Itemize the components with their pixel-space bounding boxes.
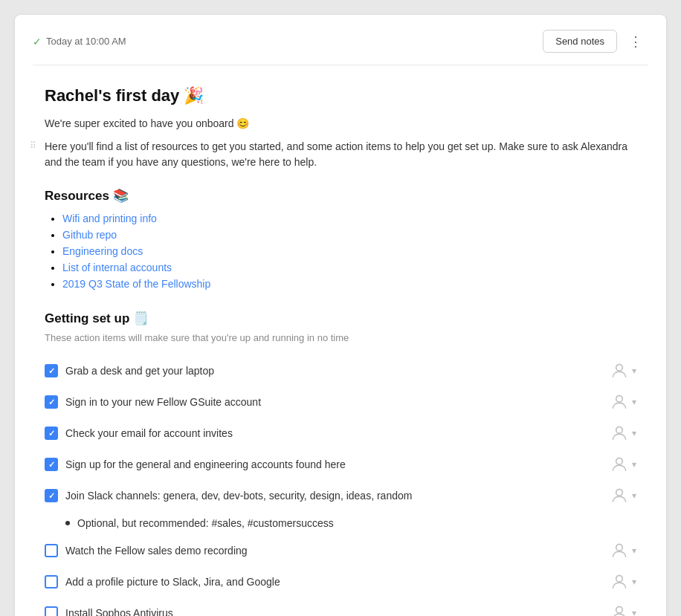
task-item: Grab a desk and get your laptop ▾ <box>45 355 636 386</box>
check-icon: ✓ <box>33 36 42 48</box>
task-right: ▾ <box>610 572 636 591</box>
task-right: ▾ <box>610 603 636 616</box>
resource-link-fellowship[interactable]: 2019 Q3 State of the Fellowship <box>62 278 210 290</box>
svg-point-6 <box>616 575 623 582</box>
assignee-avatar-icon[interactable] <box>610 361 629 380</box>
task-left: Grab a desk and get your laptop <box>45 364 214 377</box>
main-card: ✓ Today at 10:00 AM Send notes ⋮ Rachel'… <box>15 15 666 616</box>
page-title: Rachel's first day 🎉 <box>45 86 636 106</box>
task-item: Sign in to your new Fellow GSuite accoun… <box>45 386 636 418</box>
timestamp: Today at 10:00 AM <box>46 36 126 47</box>
intro-text-2: Here you'll find a list of resources to … <box>45 139 636 170</box>
resource-link-engdocs[interactable]: Engineering docs <box>62 245 143 257</box>
task-text-8: Install Sophos Antivirus <box>65 607 173 616</box>
svg-point-2 <box>616 427 623 433</box>
task-checkbox-1[interactable] <box>45 364 58 377</box>
task-list: Grab a desk and get your laptop ▾ Sign i… <box>45 355 636 616</box>
send-notes-button[interactable]: Send notes <box>543 30 617 53</box>
task-left: Sign up for the general and engineering … <box>45 458 346 471</box>
task-text-2: Sign in to your new Fellow GSuite accoun… <box>65 396 261 408</box>
getting-setup-subtitle: These action items will make sure that y… <box>45 332 636 343</box>
task-checkbox-7[interactable] <box>45 575 58 589</box>
chevron-down-icon[interactable]: ▾ <box>632 366 636 376</box>
svg-point-1 <box>616 395 623 402</box>
task-checkbox-6[interactable] <box>45 544 58 557</box>
list-item: List of internal accounts <box>62 262 636 273</box>
list-item: Github repo <box>62 229 636 241</box>
assignee-avatar-icon[interactable] <box>610 455 629 474</box>
svg-point-4 <box>616 489 623 496</box>
bullet-note-text: Optional, but recommended: #sales, #cust… <box>77 517 334 529</box>
task-right: ▾ <box>610 424 636 443</box>
intro-text-1: We're super excited to have you onboard … <box>45 116 636 132</box>
task-item: Install Sophos Antivirus ▾ <box>45 597 636 616</box>
task-right: ▾ <box>610 455 636 474</box>
list-item: 2019 Q3 State of the Fellowship <box>62 278 636 290</box>
resources-title: Resources 📚 <box>45 188 636 204</box>
task-left: Watch the Fellow sales demo recording <box>45 544 248 557</box>
more-options-button[interactable]: ⋮ <box>623 30 648 53</box>
header: ✓ Today at 10:00 AM Send notes ⋮ <box>15 15 666 65</box>
task-checkbox-4[interactable] <box>45 458 58 471</box>
task-checkbox-2[interactable] <box>45 395 58 409</box>
svg-point-0 <box>616 364 623 371</box>
task-item: Watch the Fellow sales demo recording ▾ <box>45 535 636 566</box>
assignee-avatar-icon[interactable] <box>610 392 629 412</box>
chevron-down-icon[interactable]: ▾ <box>632 608 636 616</box>
bullet-note-item: Optional, but recommended: #sales, #cust… <box>45 511 636 535</box>
chevron-down-icon[interactable]: ▾ <box>632 545 636 556</box>
task-item: Check your email for account invites ▾ <box>45 418 636 449</box>
assignee-avatar-icon[interactable] <box>610 603 629 616</box>
task-text-5: Join Slack channels: genera, dev, dev-bo… <box>65 490 412 502</box>
header-left: ✓ Today at 10:00 AM <box>33 36 126 48</box>
chevron-down-icon[interactable]: ▾ <box>632 459 636 470</box>
task-item: Add a profile picture to Slack, Jira, an… <box>45 566 636 597</box>
task-right: ▾ <box>610 486 636 505</box>
assignee-avatar-icon[interactable] <box>610 572 629 591</box>
task-left: Join Slack channels: genera, dev, dev-bo… <box>45 489 412 502</box>
assignee-avatar-icon[interactable] <box>610 424 629 443</box>
content-area: Rachel's first day 🎉 We're super excited… <box>15 65 666 616</box>
resource-link-accounts[interactable]: List of internal accounts <box>62 262 172 273</box>
getting-setup-title: Getting set up 🗒️ <box>45 311 636 326</box>
task-left: Sign in to your new Fellow GSuite accoun… <box>45 395 261 409</box>
svg-point-7 <box>616 606 623 613</box>
task-right: ▾ <box>610 361 636 380</box>
task-checkbox-5[interactable] <box>45 489 58 502</box>
resource-link-wifi[interactable]: Wifi and printing info <box>62 213 157 224</box>
task-item: Sign up for the general and engineering … <box>45 449 636 480</box>
chevron-down-icon[interactable]: ▾ <box>632 577 636 587</box>
task-left: Add a profile picture to Slack, Jira, an… <box>45 575 280 589</box>
task-right: ▾ <box>610 392 636 412</box>
svg-point-5 <box>616 544 623 551</box>
bullet-dot <box>65 521 70 525</box>
task-checkbox-8[interactable] <box>45 606 58 616</box>
svg-point-3 <box>616 458 623 464</box>
chevron-down-icon[interactable]: ▾ <box>632 490 636 501</box>
task-text-7: Add a profile picture to Slack, Jira, an… <box>65 576 280 588</box>
assignee-avatar-icon[interactable] <box>610 486 629 505</box>
task-checkbox-3[interactable] <box>45 427 58 440</box>
assignee-avatar-icon[interactable] <box>610 541 629 560</box>
chevron-down-icon[interactable]: ▾ <box>632 428 636 438</box>
task-text-4: Sign up for the general and engineering … <box>65 458 346 470</box>
task-text-1: Grab a desk and get your laptop <box>65 365 214 377</box>
task-left: Install Sophos Antivirus <box>45 606 173 616</box>
more-icon: ⋮ <box>629 33 642 50</box>
list-item: Engineering docs <box>62 245 636 257</box>
task-left: Check your email for account invites <box>45 427 233 440</box>
task-right: ▾ <box>610 541 636 560</box>
task-text-3: Check your email for account invites <box>65 427 233 439</box>
resources-list: Wifi and printing info Github repo Engin… <box>45 213 636 290</box>
task-text-6: Watch the Fellow sales demo recording <box>65 545 248 557</box>
list-item: Wifi and printing info <box>62 213 636 224</box>
resource-link-github[interactable]: Github repo <box>62 229 117 241</box>
header-right: Send notes ⋮ <box>543 30 648 53</box>
task-item: Join Slack channels: genera, dev, dev-bo… <box>45 480 636 511</box>
drag-handle: ⠿ <box>30 140 36 151</box>
chevron-down-icon[interactable]: ▾ <box>632 397 636 407</box>
